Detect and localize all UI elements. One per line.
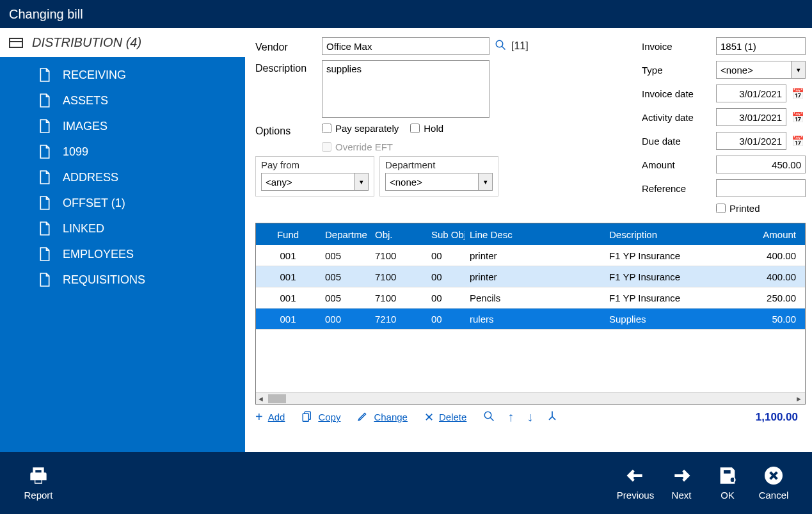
hold-checkbox[interactable]: Hold xyxy=(410,123,443,134)
arrow-up-icon[interactable]: ↑ xyxy=(507,410,514,424)
sidebar-item-label: REQUISITIONS xyxy=(63,273,145,287)
invoice-input[interactable] xyxy=(716,37,806,55)
due-date-input[interactable] xyxy=(716,132,786,150)
sidebar-item[interactable]: RECEIVING xyxy=(38,62,245,88)
vendor-input[interactable] xyxy=(322,37,490,55)
printed-checkbox[interactable]: Printed xyxy=(716,203,806,214)
sidebar-item[interactable]: REQUISITIONS xyxy=(38,267,245,293)
pay-from-label: Pay from xyxy=(261,159,369,170)
amount-input[interactable] xyxy=(716,156,806,173)
arrow-left-icon xyxy=(625,465,646,486)
report-button[interactable]: Report xyxy=(15,465,61,501)
footer-toolbar: Report Previous Next OK Cancel xyxy=(0,452,812,514)
amount-label: Amount xyxy=(642,159,712,170)
pay-from-select[interactable]: <any> ▾ xyxy=(261,173,369,191)
invoice-date-input[interactable] xyxy=(716,84,786,102)
pencil-icon xyxy=(357,410,369,424)
save-icon xyxy=(717,465,738,486)
add-button[interactable]: + Add xyxy=(255,410,285,424)
svg-line-5 xyxy=(491,417,494,421)
next-button[interactable]: Next xyxy=(658,465,705,501)
svg-point-4 xyxy=(485,412,492,419)
chevron-down-icon[interactable]: ▾ xyxy=(792,61,806,79)
previous-button[interactable]: Previous xyxy=(612,465,658,501)
reference-label: Reference xyxy=(642,183,712,194)
col-dept[interactable]: Departme xyxy=(320,229,370,240)
table-row[interactable]: 001005710000printerF1 YP Insurance400.00 xyxy=(256,266,805,287)
pay-from-group: Pay from <any> ▾ xyxy=(255,156,374,197)
sidebar-item-label: OFFSET (1) xyxy=(63,197,125,210)
cancel-button[interactable]: Cancel xyxy=(751,465,797,501)
type-select[interactable]: <none> ▾ xyxy=(716,61,806,79)
x-icon: ✕ xyxy=(424,410,434,424)
ok-button[interactable]: OK xyxy=(705,465,751,501)
distribution-table: Fund Departme Obj. Sub Obj Line Desc Des… xyxy=(255,223,806,405)
col-linedesc[interactable]: Line Desc xyxy=(465,229,604,240)
window-icon xyxy=(9,38,23,48)
pay-separately-checkbox[interactable]: Pay separately xyxy=(322,123,399,134)
document-icon xyxy=(38,118,51,134)
search-icon[interactable] xyxy=(495,39,506,53)
scroll-left-icon[interactable]: ◄ xyxy=(257,395,264,403)
split-icon[interactable] xyxy=(546,410,559,424)
table-total: 1,100.00 xyxy=(756,411,806,424)
document-icon xyxy=(38,221,51,236)
sidebar-header[interactable]: DISTRIBUTION (4) xyxy=(0,28,245,57)
printer-icon xyxy=(28,465,49,486)
calendar-icon[interactable]: 📅 xyxy=(790,88,806,100)
window-title: Changing bill xyxy=(9,7,83,22)
svg-point-0 xyxy=(496,40,503,47)
plus-icon: + xyxy=(255,410,263,424)
delete-button[interactable]: ✕ Delete xyxy=(424,410,466,424)
scrollbar-thumb[interactable] xyxy=(268,394,286,403)
cancel-icon xyxy=(763,465,784,486)
type-label: Type xyxy=(642,65,712,76)
document-icon xyxy=(38,170,51,185)
sidebar-item[interactable]: ADDRESS xyxy=(38,165,245,190)
activity-date-input[interactable] xyxy=(716,108,786,126)
document-icon xyxy=(38,272,51,287)
col-fund[interactable]: Fund xyxy=(256,229,320,240)
sidebar: DISTRIBUTION (4) RECEIVINGASSETSIMAGES10… xyxy=(0,28,245,452)
sidebar-item[interactable]: OFFSET (1) xyxy=(38,190,245,216)
change-button[interactable]: Change xyxy=(357,410,408,424)
sidebar-item[interactable]: 1099 xyxy=(38,139,245,165)
department-select[interactable]: <none> ▾ xyxy=(385,173,493,191)
horizontal-scrollbar[interactable]: ◄ ► xyxy=(256,392,805,404)
sidebar-item-label: RECEIVING xyxy=(63,68,126,82)
calendar-icon[interactable]: 📅 xyxy=(790,135,806,147)
activity-date-label: Activity date xyxy=(642,112,712,123)
table-row[interactable]: 001000721000rulersSupplies50.00 xyxy=(256,309,805,330)
table-row[interactable]: 001005710000PencilsF1 YP Insurance250.00 xyxy=(256,287,805,309)
reference-input[interactable] xyxy=(716,179,806,197)
col-desc[interactable]: Description xyxy=(604,229,745,240)
description-input[interactable] xyxy=(322,60,490,118)
vendor-count: [11] xyxy=(511,40,529,52)
sidebar-item-label: 1099 xyxy=(63,145,88,159)
table-row[interactable]: 001005710000printerF1 YP Insurance400.00 xyxy=(256,245,805,266)
copy-button[interactable]: Copy xyxy=(301,410,340,424)
sidebar-item[interactable]: LINKED xyxy=(38,216,245,241)
col-sub[interactable]: Sub Obj xyxy=(426,229,465,240)
invoice-label: Invoice xyxy=(642,41,712,52)
arrow-down-icon[interactable]: ↓ xyxy=(527,410,533,424)
sidebar-item[interactable]: EMPLOYEES xyxy=(38,241,245,267)
document-icon xyxy=(38,195,51,211)
document-icon xyxy=(38,144,51,159)
chevron-down-icon[interactable]: ▾ xyxy=(354,173,369,191)
col-obj[interactable]: Obj. xyxy=(370,229,426,240)
search-icon[interactable] xyxy=(483,410,495,424)
sidebar-item-label: EMPLOYEES xyxy=(63,248,134,261)
arrow-right-icon xyxy=(671,465,692,486)
sidebar-item-label: ASSETS xyxy=(63,94,108,108)
content-panel: Vendor [11] Description Options xyxy=(245,28,812,452)
document-icon xyxy=(38,67,51,83)
sidebar-item[interactable]: IMAGES xyxy=(38,113,245,139)
sidebar-item[interactable]: ASSETS xyxy=(38,88,245,113)
col-amount[interactable]: Amount xyxy=(745,229,805,240)
chevron-down-icon[interactable]: ▾ xyxy=(479,173,493,191)
calendar-icon[interactable]: 📅 xyxy=(790,111,806,124)
department-label: Department xyxy=(385,159,493,170)
description-label: Description xyxy=(255,60,322,118)
scroll-right-icon[interactable]: ► xyxy=(795,395,802,403)
